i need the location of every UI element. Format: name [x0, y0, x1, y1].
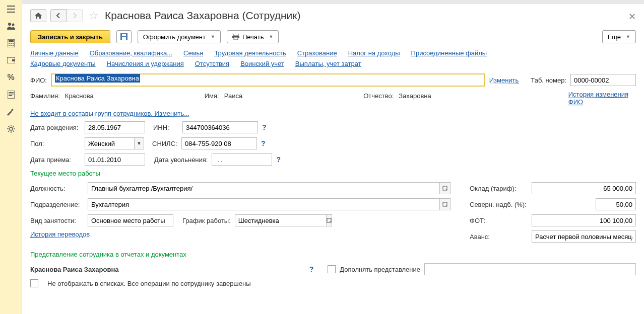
- save-button[interactable]: [116, 30, 132, 43]
- birthdate-label: Дата рождения:: [30, 124, 81, 131]
- workplace-section-title: Текущее место работы: [30, 170, 636, 177]
- birthdate-input[interactable]: [85, 121, 145, 133]
- sex-label: Пол:: [30, 140, 81, 147]
- patronymic-value: Захаровна: [399, 92, 431, 100]
- representation-section-title: Представление сотрудника в отчетах и док…: [30, 251, 636, 258]
- chevron-down-icon: ▼: [626, 34, 630, 39]
- svg-rect-22: [122, 37, 126, 40]
- calculator-icon[interactable]: [6, 38, 16, 48]
- tab-tax[interactable]: Налог на доходы: [348, 49, 400, 57]
- svg-point-3: [8, 23, 11, 26]
- fio-history-link[interactable]: История изменения ФИО: [568, 91, 636, 106]
- help-icon[interactable]: ?: [309, 265, 314, 273]
- svg-point-4: [12, 24, 14, 26]
- fio-change-link[interactable]: Изменить: [489, 76, 519, 84]
- inn-label: ИНН:: [153, 124, 178, 131]
- wrench-icon[interactable]: [6, 107, 16, 117]
- header: ☆ Краснова Раиса Захаровна (Сотрудник) ✕: [22, 4, 644, 27]
- home-button[interactable]: [30, 9, 46, 22]
- toolbar: Записать и закрыть Оформить документ▼ Пе…: [22, 27, 644, 48]
- close-icon[interactable]: ✕: [628, 11, 636, 22]
- back-button[interactable]: [50, 9, 67, 22]
- save-close-button[interactable]: Записать и закрыть: [30, 30, 110, 43]
- hide-label: Не отображать в списках. Все операции по…: [47, 280, 251, 287]
- tab-files[interactable]: Присоединенные файлы: [411, 49, 487, 57]
- department-lookup-button[interactable]: [439, 198, 450, 210]
- svg-rect-14: [12, 59, 15, 61]
- svg-rect-8: [11, 43, 12, 44]
- inn-input[interactable]: [182, 121, 258, 133]
- tab-family[interactable]: Семья: [183, 49, 203, 57]
- svg-rect-1: [7, 9, 15, 10]
- svg-rect-15: [8, 91, 15, 99]
- create-document-button[interactable]: Оформить документ▼: [138, 30, 221, 43]
- sidebar: %: [0, 0, 22, 314]
- percent-icon[interactable]: %: [6, 72, 16, 83]
- tabnum-input[interactable]: [570, 74, 636, 86]
- schedule-input[interactable]: [235, 214, 326, 226]
- form-area: ФИО: Краснова Раиса Захаровна Изменить Т…: [22, 70, 644, 294]
- svg-rect-16: [9, 92, 14, 93]
- supplement-checkbox[interactable]: [328, 265, 336, 273]
- tab-accruals[interactable]: Начисления и удержания: [107, 60, 184, 67]
- schedule-lookup-button[interactable]: [326, 214, 332, 226]
- printer-icon: [232, 34, 239, 40]
- position-lookup-button[interactable]: [439, 182, 450, 194]
- svg-rect-17: [9, 94, 14, 95]
- hide-checkbox[interactable]: [30, 279, 38, 287]
- sex-input[interactable]: [85, 137, 134, 149]
- tabs-row-1: Личные данные Образование, квалифика... …: [22, 48, 644, 60]
- fio-label: ФИО:: [30, 76, 47, 84]
- position-input[interactable]: [88, 182, 439, 194]
- forward-button[interactable]: [67, 9, 83, 22]
- svg-rect-10: [9, 45, 10, 46]
- tabs-row-2: Кадровые документы Начисления и удержани…: [22, 60, 644, 70]
- transfers-link[interactable]: История переводов: [30, 230, 90, 238]
- help-icon[interactable]: ?: [261, 139, 266, 147]
- tab-personal[interactable]: Личные данные: [30, 49, 79, 57]
- menu-icon[interactable]: [6, 4, 16, 14]
- svg-rect-6: [9, 40, 14, 42]
- tabnum-label: Таб. номер:: [531, 76, 566, 84]
- favorite-star-icon[interactable]: ☆: [89, 9, 99, 22]
- svg-point-19: [10, 127, 13, 130]
- tab-absences[interactable]: Отсутствия: [195, 60, 229, 67]
- tab-payments[interactable]: Выплаты, учет затрат: [295, 60, 361, 67]
- representation-value: Краснова Раиса Захаровна: [30, 266, 119, 273]
- department-input[interactable]: [88, 198, 439, 210]
- fio-input[interactable]: Краснова Раиса Захаровна: [51, 73, 485, 87]
- reports-icon[interactable]: [6, 90, 16, 100]
- fire-date-input[interactable]: [212, 153, 272, 166]
- north-input[interactable]: [596, 198, 636, 210]
- svg-rect-11: [11, 45, 12, 46]
- chevron-down-icon: ▼: [211, 34, 215, 39]
- svg-rect-12: [13, 45, 14, 46]
- users-icon[interactable]: [6, 21, 16, 31]
- more-button[interactable]: Еще▼: [602, 30, 636, 43]
- supplement-input[interactable]: [424, 263, 636, 275]
- snils-label: СНИЛС:: [152, 140, 177, 147]
- sex-dropdown-button[interactable]: ▼: [134, 137, 144, 149]
- employment-input[interactable]: [88, 214, 173, 226]
- tab-education[interactable]: Образование, квалифика...: [90, 49, 172, 57]
- help-icon[interactable]: ?: [262, 123, 267, 131]
- supplement-label: Дополнять представление: [340, 266, 420, 273]
- tab-military[interactable]: Воинский учет: [240, 60, 284, 67]
- hire-date-input[interactable]: [85, 153, 145, 166]
- svg-rect-18: [9, 95, 12, 96]
- gear-icon[interactable]: [6, 124, 16, 134]
- help-icon[interactable]: ?: [276, 155, 281, 164]
- tab-hr-docs[interactable]: Кадровые документы: [30, 60, 96, 67]
- tab-insurance[interactable]: Страхование: [297, 49, 337, 57]
- page-title: Краснова Раиса Захаровна (Сотрудник): [105, 10, 300, 22]
- fot-input[interactable]: [532, 214, 636, 226]
- topbar: [22, 0, 644, 4]
- patronymic-label: Отчество:: [363, 92, 394, 100]
- snils-input[interactable]: [181, 137, 257, 149]
- print-button[interactable]: Печать▼: [227, 30, 279, 43]
- wallet-icon[interactable]: [6, 55, 16, 65]
- tab-labor[interactable]: Трудовая деятельность: [214, 49, 286, 57]
- salary-input[interactable]: [532, 182, 636, 194]
- groups-link[interactable]: Не входит в составы групп сотрудников. И…: [30, 110, 189, 117]
- advance-input[interactable]: [532, 230, 636, 243]
